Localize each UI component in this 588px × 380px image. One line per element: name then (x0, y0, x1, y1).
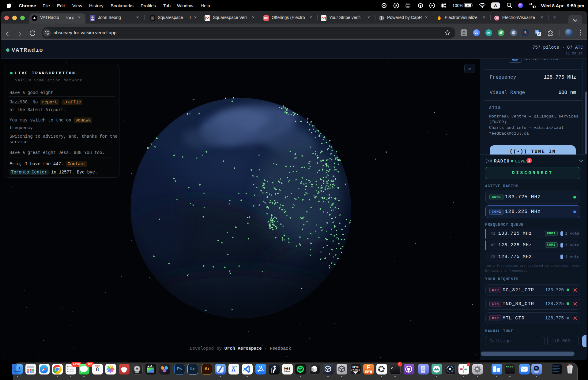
svg-text:A: A (538, 32, 540, 35)
